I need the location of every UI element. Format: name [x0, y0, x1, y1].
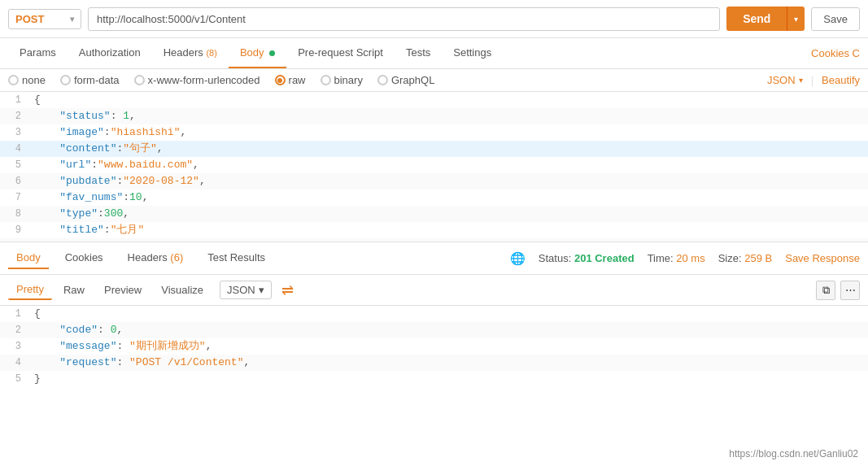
resp-tab-body[interactable]: Body [8, 247, 49, 269]
radio-none [8, 75, 19, 85]
tab-settings[interactable]: Settings [442, 38, 503, 68]
save-response-button[interactable]: Save Response [785, 252, 860, 264]
headers-badge: (8) [206, 48, 216, 58]
response-header: Body Cookies Headers (6) Test Results 🌐 … [0, 242, 868, 275]
resp-line-4: 4 "request": "POST /v1/Content", [0, 355, 868, 371]
resp-tab-test-results[interactable]: Test Results [199, 247, 273, 269]
method-chevron-icon: ▾ [70, 15, 74, 24]
option-raw[interactable]: raw [275, 74, 306, 86]
extra-copy-button[interactable]: ⋯ [840, 281, 860, 300]
radio-binary [321, 75, 331, 85]
resp-line-2: 2 "code": 0, [0, 322, 868, 338]
option-form-data[interactable]: form-data [60, 74, 120, 86]
radio-urlencoded [134, 75, 145, 85]
body-dot [269, 50, 275, 56]
resp-tab-cookies[interactable]: Cookies [57, 247, 111, 269]
fmt-tab-preview[interactable]: Preview [96, 281, 150, 299]
resp-tab-headers[interactable]: Headers (6) [120, 247, 192, 269]
req-line-5: 5 "url":"www.baidu.com", [0, 157, 868, 173]
req-line-7: 7 "fav_nums":10, [0, 189, 868, 206]
tab-tests[interactable]: Tests [395, 38, 442, 68]
size-meta: Size: 259 B [718, 252, 773, 264]
json-format-label: JSON [767, 74, 796, 86]
response-meta: 🌐 Status: 201 Created Time: 20 ms Size: … [510, 251, 860, 266]
fmt-tab-pretty[interactable]: Pretty [8, 280, 52, 300]
url-input[interactable] [88, 7, 720, 31]
option-binary[interactable]: binary [321, 74, 363, 86]
option-urlencoded[interactable]: x-www-form-urlencoded [134, 74, 260, 86]
save-button[interactable]: Save [811, 7, 860, 31]
resp-headers-badge: (6) [170, 251, 183, 263]
tab-authorization[interactable]: Authorization [68, 38, 152, 68]
resp-json-select[interactable]: JSON ▾ [220, 281, 272, 299]
option-raw-label: raw [289, 74, 306, 86]
beautify-button[interactable]: Beautify [822, 74, 860, 86]
req-line-6: 6 "pubdate":"2020-08-12", [0, 173, 868, 189]
copy-button[interactable]: ⧉ [816, 281, 835, 300]
req-line-3: 3 "image":"hiashishi", [0, 124, 868, 141]
method-label: POST [15, 13, 44, 25]
radio-raw [275, 75, 286, 85]
status-label: Status: 201 Created [539, 252, 635, 264]
tab-headers[interactable]: Headers (8) [152, 38, 229, 68]
copy-icons: ⧉ ⋯ [816, 281, 860, 300]
request-tabs: Params Authorization Headers (8) Body Pr… [0, 38, 868, 69]
send-dropdown-button[interactable]: ▾ [787, 7, 805, 31]
response-format-bar: Pretty Raw Preview Visualize JSON ▾ ⇌ ⧉ … [0, 275, 868, 306]
option-form-data-label: form-data [74, 74, 120, 86]
tab-prerequest[interactable]: Pre-request Script [286, 38, 395, 68]
option-graphql-label: GraphQL [391, 74, 434, 86]
wrap-icon[interactable]: ⇌ [281, 281, 294, 299]
option-none-label: none [22, 74, 46, 86]
resp-json-label: JSON [227, 284, 255, 296]
time-meta: Time: 20 ms [648, 252, 705, 264]
req-line-4: 4 "content":"句子", [0, 141, 868, 157]
tab-params[interactable]: Params [8, 38, 68, 68]
fmt-tab-visualize[interactable]: Visualize [153, 281, 212, 299]
req-line-2: 2 "status": 1, [0, 108, 868, 124]
json-chevron-icon: ▾ [799, 76, 803, 85]
resp-line-3: 3 "message": "期刊新增成功", [0, 338, 868, 355]
cookies-link[interactable]: Cookies C [811, 39, 860, 68]
body-options-right: JSON ▾ | Beautify [767, 74, 860, 86]
response-body-editor[interactable]: 1 { 2 "code": 0, 3 "message": "期刊新增成功", … [0, 306, 868, 420]
fmt-tab-raw[interactable]: Raw [55, 281, 93, 299]
req-line-8: 8 "type":300, [0, 206, 868, 222]
option-binary-label: binary [334, 74, 363, 86]
toolbar: POST ▾ Send ▾ Save [0, 0, 868, 38]
option-urlencoded-label: x-www-form-urlencoded [148, 74, 260, 86]
body-options: none form-data x-www-form-urlencoded raw… [0, 69, 868, 92]
radio-graphql [377, 75, 388, 85]
resp-line-5: 5 } [0, 371, 868, 387]
send-btn-group: Send ▾ [726, 7, 805, 31]
resp-json-chevron-icon: ▾ [259, 284, 264, 296]
option-none[interactable]: none [8, 74, 46, 86]
method-select[interactable]: POST ▾ [8, 9, 81, 29]
json-format-select[interactable]: JSON ▾ [767, 74, 803, 86]
send-button[interactable]: Send [726, 7, 787, 31]
globe-icon: 🌐 [510, 251, 526, 266]
radio-form-data [60, 75, 71, 85]
request-body-editor[interactable]: 1 { 2 "status": 1, 3 "image":"hiashishi"… [0, 92, 868, 242]
req-line-1: 1 { [0, 92, 868, 108]
req-line-9: 9 "title":"七月" [0, 222, 868, 238]
resp-line-1: 1 { [0, 306, 868, 322]
tab-body[interactable]: Body [229, 38, 286, 68]
option-graphql[interactable]: GraphQL [377, 74, 434, 86]
